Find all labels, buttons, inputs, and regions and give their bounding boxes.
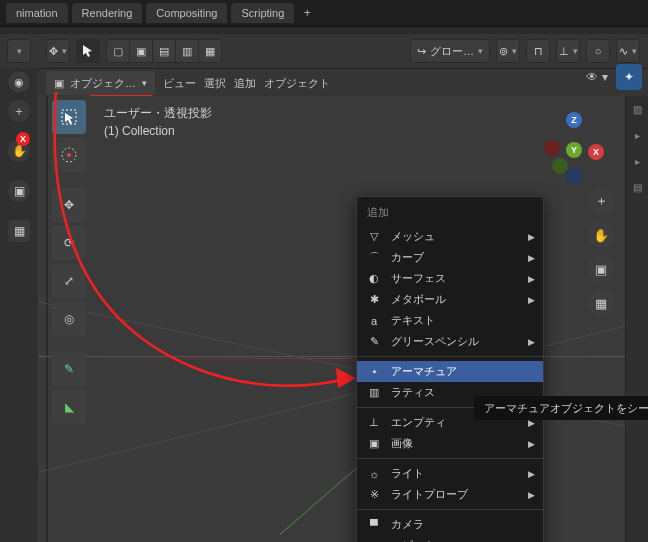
menu-item-image[interactable]: ▣ 画像 ▶ [357, 433, 543, 454]
tab-compositing[interactable]: Compositing [146, 3, 227, 23]
tab-rendering[interactable]: Rendering [72, 3, 143, 23]
zoom-in-button[interactable]: ＋ [8, 100, 30, 122]
tool-cursor[interactable] [52, 138, 86, 172]
menu-view[interactable]: ビュー [163, 76, 196, 91]
gizmo-y-axis[interactable]: Y [566, 142, 582, 158]
circle-icon: ◉ [14, 76, 24, 89]
menu-add[interactable]: 追加 [234, 76, 256, 91]
camera-button[interactable]: ▣ [8, 180, 30, 202]
properties-icon[interactable]: ▤ [630, 182, 644, 196]
tool-rotate[interactable]: ⟳ [52, 226, 86, 260]
orientation-label: グロー… [430, 44, 474, 59]
menu-item-metaball[interactable]: ✱ メタボール ▶ [357, 289, 543, 310]
text-icon: a [367, 315, 381, 327]
menu-item-mesh[interactable]: ▽ メッシュ ▶ [357, 226, 543, 247]
snap-mode-dropdown[interactable]: ⊥▾ [556, 39, 580, 63]
cursor-tool-button[interactable]: ✥ ▾ [46, 39, 70, 63]
gizmo-toggle-button[interactable]: ✦ [616, 64, 642, 90]
select-mode-4[interactable]: ▥ [175, 39, 198, 63]
menu-object[interactable]: オブジェクト [264, 76, 330, 91]
select-mode-group: ▢ ▣ ▤ ▥ ▦ [106, 39, 222, 63]
select-mode-3[interactable]: ▤ [152, 39, 175, 63]
gizmo-z-neg[interactable] [566, 168, 582, 184]
camera-view-button[interactable]: ▣ [588, 256, 614, 282]
menu-item-light-probe[interactable]: ※ ライトプローブ ▶ [357, 484, 543, 505]
add-context-menu: 追加 ▽ メッシュ ▶ ⌒ カーブ ▶ ◐ サーフェス ▶ ✱ メタボール ▶ … [356, 196, 544, 542]
chevron-right-icon[interactable]: ▸ [630, 156, 644, 170]
perspective-toggle-button[interactable]: ▦ [588, 290, 614, 316]
cursor-icon: ✥ [49, 45, 58, 58]
record-button[interactable]: ◉ [7, 70, 31, 94]
menu-separator [357, 458, 543, 459]
select-mode-2[interactable]: ▣ [129, 39, 152, 63]
overlay-visibility-dropdown[interactable]: 👁 ▾ [586, 70, 608, 84]
select-mode-5[interactable]: ▦ [198, 39, 222, 63]
select-box-button[interactable]: ▢ [106, 39, 129, 63]
add-tab-button[interactable]: + [298, 4, 316, 22]
surface-icon: ◐ [367, 272, 381, 285]
move-icon: ✥ [64, 198, 74, 212]
caret-down-icon: ▾ [602, 70, 608, 84]
submenu-arrow-icon: ▶ [528, 337, 535, 347]
caret-down-icon: ▾ [62, 46, 67, 56]
menu-select[interactable]: 選択 [204, 76, 226, 91]
3d-viewport[interactable]: ユーザー・透視投影 (1) Collection ✥ ⟳ ⤢ ◎ ✎ ◣ Z Y… [38, 96, 648, 542]
tab-scripting[interactable]: Scripting [231, 3, 294, 23]
caret-down-icon: ▾ [573, 46, 578, 56]
orientation-dropdown[interactable]: ↪ グロー… ▾ [410, 39, 490, 63]
grid-toggle-button[interactable]: ▦ [8, 220, 30, 242]
menu-item-text[interactable]: a テキスト [357, 310, 543, 331]
object-mode-icon: ▣ [54, 77, 64, 90]
gizmo-y-neg[interactable] [552, 158, 568, 174]
tab-animation[interactable]: nimation [6, 3, 68, 23]
scene-dropdown[interactable]: ▾ [7, 39, 31, 63]
caret-down-icon: ▾ [142, 78, 147, 88]
overlay-line2: (1) Collection [104, 122, 212, 140]
zoom-button[interactable]: ＋ [588, 188, 614, 214]
menu-item-label: エンプティ [391, 415, 446, 430]
menu-item-label: カーブ [391, 250, 424, 265]
snap-toggle[interactable]: ⊓ [526, 39, 550, 63]
menu-item-speaker[interactable]: ♪ スピーカー [357, 535, 543, 542]
menu-item-surface[interactable]: ◐ サーフェス ▶ [357, 268, 543, 289]
left-col-top: ▾ [0, 34, 38, 68]
proportional-mode-dropdown[interactable]: ∿▾ [616, 39, 640, 63]
menu-item-armature[interactable]: ⋆ アーマチュア [357, 361, 543, 382]
tool-annotate[interactable]: ✎ [52, 352, 86, 386]
menu-item-curve[interactable]: ⌒ カーブ ▶ [357, 247, 543, 268]
caret-down-icon: ▾ [478, 46, 483, 56]
menu-item-grease-pencil[interactable]: ✎ グリースペンシル ▶ [357, 331, 543, 352]
image-icon: ▣ [367, 437, 381, 450]
tool-scale[interactable]: ⤢ [52, 264, 86, 298]
gizmo-z-axis[interactable]: Z [566, 112, 582, 128]
mode-dropdown[interactable]: ▣ オブジェク… ▾ [46, 71, 155, 95]
grid-icon: ▦ [595, 296, 607, 311]
curve-icon: ⌒ [367, 250, 381, 265]
orientation-icon: ↪ [417, 45, 426, 58]
dashed-box-icon[interactable]: ▧ [630, 104, 644, 118]
tool-transform[interactable]: ◎ [52, 302, 86, 336]
chevron-right-icon[interactable]: ▸ [630, 130, 644, 144]
tool-move[interactable]: ✥ [52, 188, 86, 222]
gizmo-x-neg[interactable] [544, 140, 560, 156]
mesh-icon: ▽ [367, 230, 381, 243]
proportional-edit-toggle[interactable]: ○ [586, 39, 610, 63]
annotation-red-x-badge: X [16, 132, 30, 146]
submenu-arrow-icon: ▶ [528, 439, 535, 449]
menu-item-light[interactable]: ☼ ライト ▶ [357, 463, 543, 484]
top-toolbar: ▾ ✥ ▾ ▢ ▣ ▤ ▥ ▦ ↪ グロー… ▾ ⊚▾ ⊓ ⊥▾ [0, 34, 648, 68]
viewport-nav-buttons: ＋ ✋ ▣ ▦ [588, 188, 614, 316]
menu-item-label: スピーカー [391, 538, 446, 542]
light-probe-icon: ※ [367, 488, 381, 501]
navigation-gizmo[interactable]: Z Y X [544, 112, 604, 172]
pivot-dropdown[interactable]: ⊚▾ [496, 39, 520, 63]
tool-measure[interactable]: ◣ [52, 390, 86, 424]
tool-select-box[interactable] [52, 100, 86, 134]
menu-item-camera[interactable]: ▀ カメラ [357, 514, 543, 535]
svg-point-2 [67, 153, 71, 157]
context-menu-title: 追加 [357, 197, 543, 226]
armature-icon: ⋆ [367, 365, 381, 378]
pan-view-button[interactable]: ✋ [588, 222, 614, 248]
select-tool-button[interactable] [76, 39, 100, 63]
gizmo-x-axis[interactable]: X [588, 144, 604, 160]
